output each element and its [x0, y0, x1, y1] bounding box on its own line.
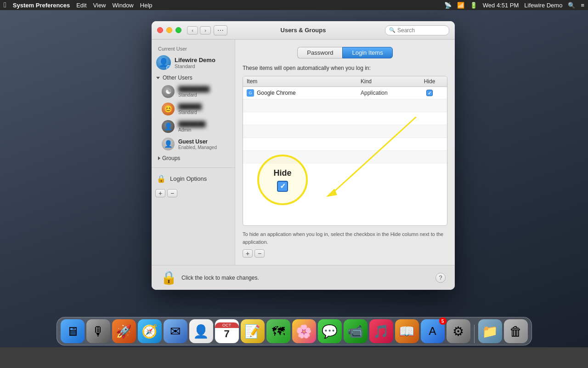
dock-item-system-preferences[interactable]: ⚙: [447, 319, 470, 343]
dock-item-trash[interactable]: 🗑: [504, 319, 528, 343]
apple-menu[interactable]: : [4, 1, 6, 9]
tab-password[interactable]: Password: [297, 47, 342, 58]
main-content: Password Login Items These items will op…: [235, 40, 455, 265]
other-user-3-avatar: 👤: [162, 120, 175, 133]
lock-bar: 🔒 Click the lock to make changes. ?: [152, 265, 455, 290]
dock-item-folder[interactable]: 📁: [478, 319, 502, 343]
other-user-1-avatar: ☯: [162, 85, 175, 98]
lock-icon[interactable]: 🔒: [161, 270, 177, 285]
menubar-user: Lifewire Demo: [524, 2, 562, 9]
lock-area[interactable]: 🔒 Click the lock to make changes.: [161, 270, 259, 285]
other-user-1[interactable]: ☯ ████████ Standard: [152, 83, 235, 100]
dock-item-contacts[interactable]: 👤: [189, 319, 213, 343]
dock-item-notes[interactable]: 📝: [241, 319, 265, 343]
nav-buttons: ‹ ›: [187, 26, 211, 34]
menubar-help[interactable]: Help: [140, 2, 153, 9]
dock-item-messages[interactable]: 💬: [318, 319, 342, 343]
dock-item-maps[interactable]: 🗺: [266, 319, 290, 343]
other-users-triangle-icon: [156, 77, 160, 79]
current-user-info: Lifewire Demo Standard: [175, 57, 230, 69]
current-user-role: Standard: [175, 63, 230, 69]
dock-item-appstore[interactable]: A 5: [421, 319, 445, 343]
groups-label: Groups: [162, 155, 180, 161]
dock-appstore-badge: 5: [439, 317, 447, 325]
other-user-3[interactable]: 👤 ███████ Admin: [152, 118, 235, 135]
add-user-button[interactable]: +: [155, 189, 165, 197]
dock-item-calendar[interactable]: OCT 7: [215, 319, 239, 343]
table-buttons: + −: [243, 249, 447, 258]
dock-item-safari[interactable]: 🧭: [138, 319, 162, 343]
back-button[interactable]: ‹: [187, 26, 198, 34]
guest-user-role: Enabled, Managed: [178, 145, 217, 150]
minimize-button[interactable]: [166, 27, 172, 33]
remove-user-button[interactable]: −: [167, 189, 177, 197]
lock-text: Click the lock to make changes.: [181, 275, 259, 281]
dock-container: 🖥 🎙 🚀 🧭 ✉ 👤 OCT 7 📝 🗺 🌸 💬 📹 🎵 📖 A 5 ⚙: [0, 317, 588, 347]
login-options-item[interactable]: 🔒 Login Options: [152, 170, 235, 187]
remove-item-button[interactable]: −: [254, 249, 265, 258]
search-input[interactable]: [397, 27, 445, 34]
dock-item-books[interactable]: 📖: [395, 319, 419, 343]
login-items-table: Item Kind Hide G Google Chrome Applicati…: [243, 76, 447, 226]
current-user-label: Current User: [152, 44, 235, 52]
guest-user-item[interactable]: 👤 Guest User Enabled, Managed: [152, 135, 235, 153]
other-user-3-role: Admin: [178, 127, 206, 132]
menubar-time: Wed 4:51 PM: [483, 2, 519, 9]
guest-user-name: Guest User: [178, 138, 217, 145]
dock-item-mail[interactable]: ✉: [164, 319, 187, 343]
sidebar-action-buttons: + −: [152, 187, 235, 199]
forward-button[interactable]: ›: [200, 26, 211, 34]
menubar-battery-icon: 🔋: [470, 2, 477, 9]
kind-cell: Application: [361, 90, 416, 96]
menubar-left:  System Preferences Edit View Window He…: [4, 1, 153, 9]
item-name: Google Chrome: [257, 90, 296, 96]
dock-item-music[interactable]: 🎵: [369, 319, 393, 343]
dock-item-launchpad[interactable]: 🚀: [112, 319, 136, 343]
menubar-window[interactable]: Window: [113, 2, 134, 9]
tab-login-items[interactable]: Login Items: [342, 47, 392, 58]
description: These items will open automatically when…: [243, 65, 447, 71]
table-row: G Google Chrome Application ✓: [243, 87, 447, 99]
dock: 🖥 🎙 🚀 🧭 ✉ 👤 OCT 7 📝 🗺 🌸 💬 📹 🎵 📖 A 5 ⚙: [57, 317, 532, 345]
dock-item-siri[interactable]: 🎙: [86, 319, 110, 343]
menubar-app-name[interactable]: System Preferences: [13, 2, 70, 9]
search-icon: 🔍: [389, 27, 396, 33]
maximize-button[interactable]: [175, 27, 181, 33]
current-user-item[interactable]: 👤 Lifewire Demo Standard: [152, 52, 235, 73]
add-item-button[interactable]: +: [243, 249, 253, 258]
other-user-2-info: ██████ Standard: [178, 104, 202, 115]
menubar-edit[interactable]: Edit: [76, 2, 86, 9]
other-user-2-avatar: 😊: [162, 103, 175, 115]
other-user-2[interactable]: 😊 ██████ Standard: [152, 100, 235, 118]
other-user-2-name: ██████: [178, 104, 202, 110]
groups-item[interactable]: Groups: [152, 153, 235, 164]
other-users-label: Other Users: [163, 75, 192, 81]
menubar-search-icon[interactable]: 🔍: [568, 2, 575, 9]
dock-item-facetime[interactable]: 📹: [344, 319, 368, 343]
guest-user-avatar: 👤: [162, 138, 175, 150]
column-hide-header: Hide: [416, 78, 443, 85]
checkbox-check-icon: ✓: [428, 91, 431, 96]
other-user-1-role: Standard: [178, 92, 209, 98]
menubar-list-icon[interactable]: ≡: [581, 2, 584, 9]
hide-cell: ✓: [416, 90, 443, 96]
menubar-view[interactable]: View: [93, 2, 106, 9]
empty-row-3: [243, 125, 447, 138]
search-box[interactable]: 🔍: [385, 25, 449, 35]
guest-user-info: Guest User Enabled, Managed: [178, 138, 217, 150]
traffic-lights: [157, 27, 181, 33]
dock-item-finder[interactable]: 🖥: [61, 319, 85, 343]
help-button[interactable]: ?: [435, 273, 446, 283]
dock-separator: [474, 325, 475, 343]
menubar-airplay-icon: 📡: [444, 2, 452, 9]
groups-triangle-icon: [158, 156, 160, 160]
close-button[interactable]: [157, 27, 163, 33]
users-groups-window: ‹ › ⋯ Users & Groups 🔍 Current User 👤: [152, 21, 455, 290]
desktop: ‹ › ⋯ Users & Groups 🔍 Current User 👤: [0, 10, 588, 347]
hide-checkbox[interactable]: ✓: [426, 90, 433, 96]
other-user-3-name: ███████: [178, 121, 206, 127]
other-users-header[interactable]: Other Users: [152, 73, 235, 83]
dock-item-photos[interactable]: 🌸: [292, 319, 316, 343]
grid-button[interactable]: ⋯: [214, 25, 227, 35]
menubar-right: 📡 📶 🔋 Wed 4:51 PM Lifewire Demo 🔍 ≡: [444, 2, 584, 9]
